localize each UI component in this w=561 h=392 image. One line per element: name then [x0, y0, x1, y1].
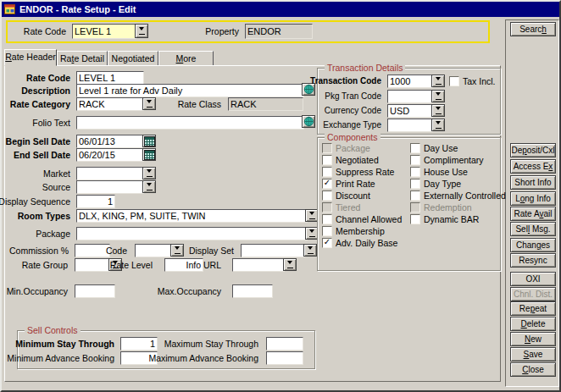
delete-button[interactable]: Delete — [510, 317, 556, 331]
save-button[interactable]: Save — [510, 347, 556, 362]
search-button[interactable]: Search — [510, 22, 556, 36]
tab-rate-header[interactable]: Rate Header — [4, 49, 57, 66]
sell-msg-button[interactable]: Sell Msg. — [510, 222, 556, 236]
access-ex-button[interactable]: Access Ex — [510, 159, 556, 174]
resync-button[interactable]: Resync — [510, 253, 556, 268]
long-info-button[interactable]: Long Info — [510, 191, 556, 206]
changes-button[interactable]: Changes — [510, 238, 556, 252]
short-info-button[interactable]: Short Info — [510, 175, 556, 190]
close-button[interactable]: Close — [510, 362, 556, 377]
rate-setup-window: ENDOR - Rate Setup - Edit Rate Code LEVE… — [0, 0, 561, 392]
new-button[interactable]: New — [510, 332, 556, 346]
deposit-cxl-button[interactable]: Deposit/Cxl — [510, 143, 556, 157]
chnl-dist-button[interactable]: Chnl. Dist. — [510, 287, 556, 301]
oxi-button[interactable]: OXI — [510, 272, 556, 286]
repeat-button[interactable]: Repeat — [510, 301, 556, 316]
rate-avail-button[interactable]: Rate Avail — [510, 207, 556, 221]
sidebar-buttons: Search Deposit/Cxl Access Ex Short Info … — [2, 2, 559, 390]
